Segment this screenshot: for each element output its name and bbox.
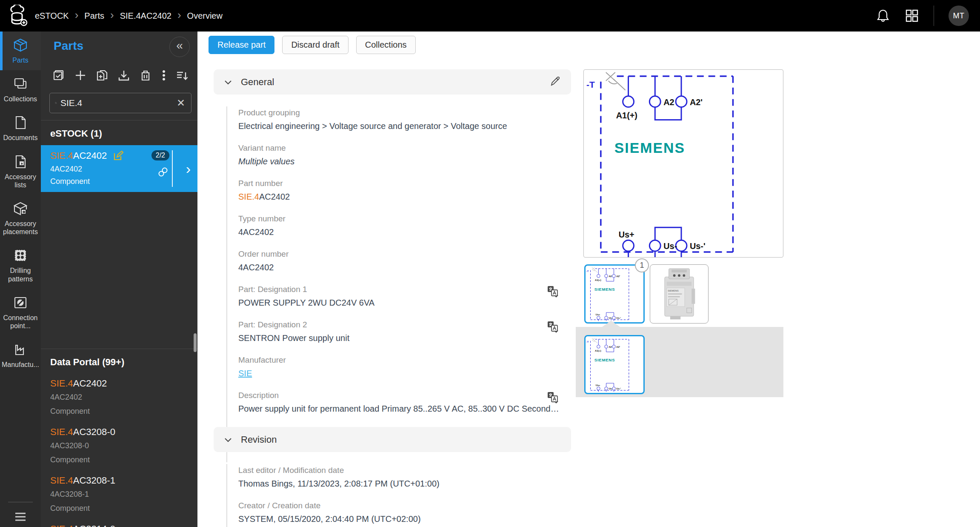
sidebar-item-label: Collections (4, 95, 37, 103)
translate-icon[interactable] (546, 285, 559, 298)
breadcrumb-overview[interactable]: Overview (187, 11, 223, 21)
collapse-panel-button[interactable]: « (169, 37, 190, 57)
data-portal-group-header: Data Portal (99+) (41, 349, 197, 374)
section-title: General (241, 77, 274, 88)
part-number-rest: AC3214-0 (73, 524, 115, 527)
delete-button[interactable] (137, 67, 154, 84)
portal-list-item[interactable]: SIE.4AC3214-0 4AC3214-0 Component (41, 519, 197, 527)
part-number-highlight: SIE.4 (50, 427, 73, 437)
field-value: SENTRON Power supply unit (238, 333, 559, 343)
discard-draft-button[interactable]: Discard draft (282, 36, 348, 54)
sidebar-item-connection-points[interactable]: Connection point... (0, 289, 41, 336)
add-part-button[interactable] (72, 67, 89, 84)
field-value: 4AC2402 (238, 227, 559, 237)
part-list-item-selected[interactable]: SIE.4AC2402 4AC2402 Component 2/2 › (41, 145, 197, 192)
field-label: Description (238, 391, 559, 400)
chevron-right-icon: › (177, 9, 181, 20)
field-designation-2: Part: Designation 2 SENTRON Power supply… (238, 320, 559, 343)
field-label: Variant name (238, 143, 559, 153)
field-value: Thomas Bings, 11/13/2023, 2:08:17 PM (UT… (238, 479, 559, 489)
thumbnail-schematic-selected[interactable] (584, 264, 645, 324)
item-divider (172, 150, 173, 187)
field-part-number: Part number SIE.4AC2402 (238, 179, 559, 202)
search-input[interactable] (57, 97, 177, 109)
part-type-number: 4AC3208-0 (50, 440, 193, 452)
field-product-grouping: Product grouping Electrical engineering … (238, 108, 559, 131)
general-fields: Product grouping Electrical engineering … (226, 106, 559, 462)
portal-list-item[interactable]: SIE.4AC3208-1 4AC3208-1 Component (41, 471, 197, 519)
breadcrumb-estock[interactable]: eSTOCK (35, 11, 69, 21)
field-label: Part number (238, 179, 559, 188)
sidebar-item-label: Manufactu... (2, 361, 39, 369)
accessory-list-icon (13, 154, 28, 169)
field-value: SYSTEM, 05/15/2020, 2:04:40 PM (UTC+02:0… (238, 514, 559, 524)
translate-icon[interactable] (546, 391, 559, 404)
field-last-editor: Last editor / Modification date Thomas B… (238, 466, 559, 489)
field-label: Manufacturer (238, 355, 559, 365)
clear-search-icon[interactable]: ✕ (177, 97, 185, 109)
field-label: Last editor / Modification date (238, 466, 559, 475)
download-button[interactable] (115, 67, 132, 84)
part-number-highlight: SIE.4 (50, 150, 73, 161)
part-preview-image[interactable] (583, 69, 783, 258)
multi-select-button[interactable] (50, 67, 67, 84)
sidebar-item-label: Documents (3, 134, 38, 142)
revision-fields: Last editor / Modification date Thomas B… (226, 464, 559, 527)
panel-scrollbar-thumb[interactable] (194, 333, 197, 352)
general-section: General Product grouping Electrical engi… (214, 69, 571, 462)
sidebar-item-label: Drilling patterns (1, 266, 40, 283)
sidebar-item-documents[interactable]: Documents (0, 109, 41, 148)
breadcrumb-parts[interactable]: Parts (84, 11, 104, 21)
sidebar-item-accessory-lists[interactable]: Accessory lists (0, 148, 41, 195)
sort-button[interactable] (174, 67, 191, 84)
manufacturer-link[interactable]: SIE (238, 369, 252, 378)
sidebar-item-parts[interactable]: Parts (0, 32, 41, 70)
app-grid-icon[interactable] (905, 9, 919, 23)
field-label: Product grouping (238, 108, 559, 117)
field-label: Type number (238, 214, 559, 223)
field-value: Power supply unit for permanent load Pri… (238, 404, 559, 414)
breadcrumb-part-number[interactable]: SIE.4AC2402 (120, 11, 171, 21)
revision-section-header[interactable]: Revision (214, 427, 571, 452)
hamburger-menu-icon[interactable] (14, 512, 27, 522)
top-bar: eSTOCK › Parts › SIE.4AC2402 › Overview … (0, 0, 980, 32)
field-label: Part: Designation 1 (238, 285, 559, 294)
general-section-header[interactable]: General (214, 69, 571, 95)
thumbnail-product-photo[interactable] (650, 264, 709, 324)
estock-group-header: eSTOCK (1) (41, 120, 197, 145)
edit-general-icon[interactable] (549, 76, 561, 88)
variant-count-badge: 2/2 (151, 150, 169, 160)
sidebar-item-label: Connection point... (1, 314, 40, 330)
sidebar-item-accessory-placements[interactable]: Accessory placements (0, 195, 41, 242)
link-icon (157, 166, 169, 178)
release-part-button[interactable]: Release part (209, 36, 274, 54)
user-avatar[interactable]: MT (949, 6, 969, 26)
variant-thumbnail-schematic[interactable] (584, 335, 645, 394)
field-value: Electrical engineering > Voltage source … (238, 121, 559, 131)
field-label: Creator / Creation date (238, 501, 559, 510)
portal-list-item[interactable]: SIE.4AC2402 4AC2402 Component (41, 374, 197, 422)
sidebar-item-label: Parts (12, 56, 28, 64)
sidebar-item-manufacturers[interactable]: Manufactu... (0, 336, 41, 375)
part-number-highlight: SIE.4 (238, 192, 259, 201)
sidebar-divider (8, 502, 33, 502)
panel-toolbar (41, 64, 197, 87)
portal-list-item[interactable]: SIE.4AC3208-0 4AC3208-0 Component (41, 422, 197, 471)
collections-button[interactable]: Collections (356, 36, 416, 54)
translate-icon[interactable] (546, 320, 559, 333)
part-number-highlight: SIE.4 (50, 524, 73, 527)
sidebar-item-drilling-patterns[interactable]: Drilling patterns (0, 242, 41, 289)
more-options-button[interactable] (159, 67, 169, 84)
field-creator: Creator / Creation date SYSTEM, 05/15/20… (238, 501, 559, 524)
field-order-number: Order number 4AC2402 (238, 249, 559, 272)
field-description: Description Power supply unit for perman… (238, 391, 559, 414)
collections-icon (13, 76, 28, 92)
notifications-bell-icon[interactable] (876, 9, 890, 23)
panel-title: Parts (54, 39, 83, 53)
estock-logo-icon[interactable] (7, 5, 29, 27)
part-kind: Component (50, 454, 193, 466)
edit-draft-icon[interactable] (113, 150, 124, 161)
sidebar-item-collections[interactable]: Collections (0, 70, 41, 109)
copy-part-button[interactable] (94, 67, 111, 84)
open-part-chevron-icon[interactable]: › (186, 160, 191, 177)
